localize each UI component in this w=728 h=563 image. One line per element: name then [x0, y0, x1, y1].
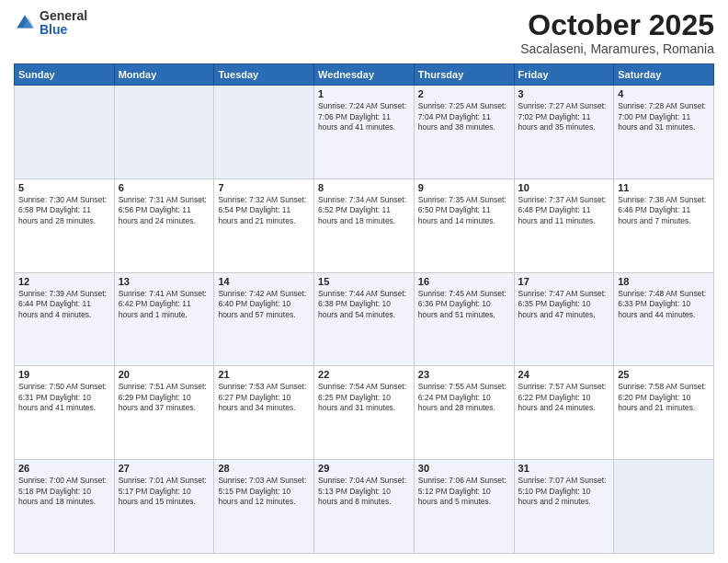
page: General Blue October 2025 Sacalaseni, Ma…: [0, 0, 728, 563]
calendar-day-cell: 18Sunrise: 7:48 AM Sunset: 6:33 PM Dayli…: [614, 272, 714, 366]
calendar-day-cell: 31Sunrise: 7:07 AM Sunset: 5:10 PM Dayli…: [514, 460, 614, 554]
day-info: Sunrise: 7:57 AM Sunset: 6:22 PM Dayligh…: [518, 382, 610, 413]
calendar-day-cell: 24Sunrise: 7:57 AM Sunset: 6:22 PM Dayli…: [514, 366, 614, 460]
day-number: 31: [518, 463, 610, 474]
calendar-day-cell: 17Sunrise: 7:47 AM Sunset: 6:35 PM Dayli…: [514, 272, 614, 366]
day-info: Sunrise: 7:45 AM Sunset: 6:36 PM Dayligh…: [418, 289, 510, 320]
calendar-day-cell: 1Sunrise: 7:24 AM Sunset: 7:06 PM Daylig…: [314, 86, 415, 179]
calendar-week-row: 19Sunrise: 7:50 AM Sunset: 6:31 PM Dayli…: [15, 366, 714, 460]
title-block: October 2025 Sacalaseni, Maramures, Roma…: [520, 9, 714, 56]
day-info: Sunrise: 7:44 AM Sunset: 6:38 PM Dayligh…: [318, 289, 410, 320]
calendar-header-row: SundayMondayTuesdayWednesdayThursdayFrid…: [15, 64, 714, 86]
day-number: 17: [518, 276, 610, 287]
calendar-day-cell: 12Sunrise: 7:39 AM Sunset: 6:44 PM Dayli…: [15, 272, 115, 366]
calendar-day-cell: 19Sunrise: 7:50 AM Sunset: 6:31 PM Dayli…: [15, 366, 115, 460]
calendar-week-row: 5Sunrise: 7:30 AM Sunset: 6:58 PM Daylig…: [15, 178, 714, 272]
calendar-day-cell: [214, 86, 314, 179]
day-info: Sunrise: 7:50 AM Sunset: 6:31 PM Dayligh…: [18, 382, 110, 413]
day-info: Sunrise: 7:53 AM Sunset: 6:27 PM Dayligh…: [218, 382, 310, 413]
day-info: Sunrise: 7:00 AM Sunset: 5:18 PM Dayligh…: [18, 476, 110, 507]
day-number: 19: [18, 369, 110, 380]
calendar-day-cell: 11Sunrise: 7:38 AM Sunset: 6:46 PM Dayli…: [614, 178, 714, 272]
day-number: 22: [318, 369, 410, 380]
calendar-day-cell: 4Sunrise: 7:28 AM Sunset: 7:00 PM Daylig…: [614, 86, 714, 179]
calendar-day-cell: 5Sunrise: 7:30 AM Sunset: 6:58 PM Daylig…: [15, 178, 115, 272]
day-number: 14: [218, 276, 310, 287]
day-number: 10: [518, 182, 610, 193]
day-number: 2: [418, 88, 510, 99]
day-number: 9: [418, 182, 510, 193]
calendar-day-cell: 15Sunrise: 7:44 AM Sunset: 6:38 PM Dayli…: [314, 272, 415, 366]
calendar-day-cell: [15, 86, 115, 179]
day-info: Sunrise: 7:38 AM Sunset: 6:46 PM Dayligh…: [618, 195, 710, 226]
logo-general: General: [40, 9, 87, 23]
calendar-day-cell: 10Sunrise: 7:37 AM Sunset: 6:48 PM Dayli…: [514, 178, 614, 272]
day-number: 23: [418, 369, 510, 380]
calendar-day-cell: 25Sunrise: 7:58 AM Sunset: 6:20 PM Dayli…: [614, 366, 714, 460]
logo-text: General Blue: [40, 9, 87, 38]
day-number: 13: [119, 276, 210, 287]
calendar-day-cell: 16Sunrise: 7:45 AM Sunset: 6:36 PM Dayli…: [414, 272, 514, 366]
day-info: Sunrise: 7:32 AM Sunset: 6:54 PM Dayligh…: [218, 195, 310, 226]
calendar-day-cell: 26Sunrise: 7:00 AM Sunset: 5:18 PM Dayli…: [15, 460, 115, 554]
calendar-table: SundayMondayTuesdayWednesdayThursdayFrid…: [14, 63, 714, 554]
weekday-header: Monday: [114, 64, 214, 86]
calendar-day-cell: 30Sunrise: 7:06 AM Sunset: 5:12 PM Dayli…: [414, 460, 514, 554]
day-info: Sunrise: 7:54 AM Sunset: 6:25 PM Dayligh…: [318, 382, 410, 413]
calendar-day-cell: [614, 460, 714, 554]
day-info: Sunrise: 7:01 AM Sunset: 5:17 PM Dayligh…: [119, 476, 210, 507]
day-number: 28: [218, 463, 310, 474]
calendar-day-cell: 8Sunrise: 7:34 AM Sunset: 6:52 PM Daylig…: [314, 178, 415, 272]
calendar-day-cell: 22Sunrise: 7:54 AM Sunset: 6:25 PM Dayli…: [314, 366, 415, 460]
calendar-day-cell: 28Sunrise: 7:03 AM Sunset: 5:15 PM Dayli…: [214, 460, 314, 554]
day-info: Sunrise: 7:31 AM Sunset: 6:56 PM Dayligh…: [119, 195, 210, 226]
calendar-day-cell: 2Sunrise: 7:25 AM Sunset: 7:04 PM Daylig…: [414, 86, 514, 179]
calendar-day-cell: [114, 86, 214, 179]
day-info: Sunrise: 7:28 AM Sunset: 7:00 PM Dayligh…: [618, 101, 710, 132]
calendar-day-cell: 20Sunrise: 7:51 AM Sunset: 6:29 PM Dayli…: [114, 366, 214, 460]
logo-icon: [14, 12, 36, 34]
day-number: 1: [318, 88, 410, 99]
day-info: Sunrise: 7:39 AM Sunset: 6:44 PM Dayligh…: [18, 289, 110, 320]
day-info: Sunrise: 7:48 AM Sunset: 6:33 PM Dayligh…: [618, 289, 710, 320]
day-info: Sunrise: 7:41 AM Sunset: 6:42 PM Dayligh…: [119, 289, 210, 320]
day-number: 25: [618, 369, 710, 380]
weekday-header: Tuesday: [214, 64, 314, 86]
day-number: 5: [18, 182, 110, 193]
day-info: Sunrise: 7:42 AM Sunset: 6:40 PM Dayligh…: [218, 289, 310, 320]
logo: General Blue: [14, 9, 87, 38]
day-info: Sunrise: 7:30 AM Sunset: 6:58 PM Dayligh…: [18, 195, 110, 226]
day-info: Sunrise: 7:47 AM Sunset: 6:35 PM Dayligh…: [518, 289, 610, 320]
calendar-day-cell: 21Sunrise: 7:53 AM Sunset: 6:27 PM Dayli…: [214, 366, 314, 460]
day-number: 6: [119, 182, 210, 193]
day-info: Sunrise: 7:35 AM Sunset: 6:50 PM Dayligh…: [418, 195, 510, 226]
calendar-week-row: 26Sunrise: 7:00 AM Sunset: 5:18 PM Dayli…: [15, 460, 714, 554]
day-number: 11: [618, 182, 710, 193]
day-info: Sunrise: 7:27 AM Sunset: 7:02 PM Dayligh…: [518, 101, 610, 132]
calendar-day-cell: 9Sunrise: 7:35 AM Sunset: 6:50 PM Daylig…: [414, 178, 514, 272]
day-info: Sunrise: 7:03 AM Sunset: 5:15 PM Dayligh…: [218, 476, 310, 507]
calendar-day-cell: 23Sunrise: 7:55 AM Sunset: 6:24 PM Dayli…: [414, 366, 514, 460]
calendar-day-cell: 29Sunrise: 7:04 AM Sunset: 5:13 PM Dayli…: [314, 460, 415, 554]
day-info: Sunrise: 7:37 AM Sunset: 6:48 PM Dayligh…: [518, 195, 610, 226]
day-info: Sunrise: 7:04 AM Sunset: 5:13 PM Dayligh…: [318, 476, 410, 507]
weekday-header: Wednesday: [314, 64, 415, 86]
day-number: 16: [418, 276, 510, 287]
day-number: 7: [218, 182, 310, 193]
weekday-header: Thursday: [414, 64, 514, 86]
day-number: 15: [318, 276, 410, 287]
calendar-day-cell: 14Sunrise: 7:42 AM Sunset: 6:40 PM Dayli…: [214, 272, 314, 366]
day-number: 18: [618, 276, 710, 287]
day-number: 4: [618, 88, 710, 99]
logo-blue: Blue: [40, 23, 87, 37]
day-number: 20: [119, 369, 210, 380]
day-info: Sunrise: 7:25 AM Sunset: 7:04 PM Dayligh…: [418, 101, 510, 132]
calendar-day-cell: 3Sunrise: 7:27 AM Sunset: 7:02 PM Daylig…: [514, 86, 614, 179]
day-number: 12: [18, 276, 110, 287]
day-number: 3: [518, 88, 610, 99]
month-title: October 2025: [520, 9, 714, 41]
day-number: 30: [418, 463, 510, 474]
day-number: 21: [218, 369, 310, 380]
day-number: 8: [318, 182, 410, 193]
weekday-header: Sunday: [15, 64, 115, 86]
